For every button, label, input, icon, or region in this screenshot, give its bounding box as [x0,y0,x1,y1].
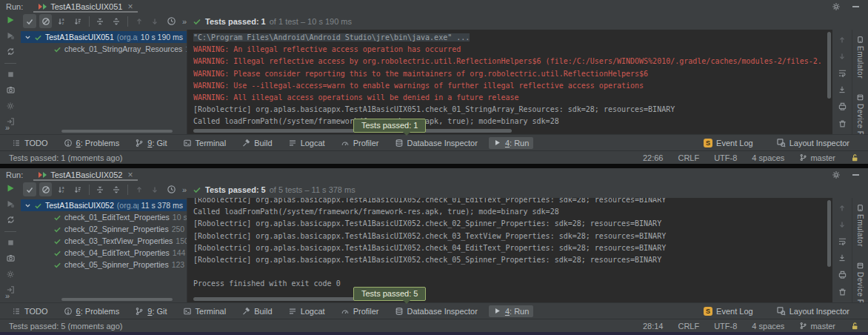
expand-all-icon[interactable] [110,182,123,196]
test-history-icon[interactable] [164,182,178,196]
tree-test-row[interactable]: check_01_EditText_Properties 10 s 711 ms [21,211,187,223]
toggle-auto-test-icon[interactable] [6,215,16,225]
file-encoding[interactable]: UTF-8 [714,322,737,331]
caret-position[interactable]: 28:14 [643,322,664,331]
expand-all-icon[interactable] [110,14,123,28]
show-passed-toggle[interactable] [23,14,36,28]
chevron-down-icon[interactable] [24,34,31,41]
previous-failed-test-icon[interactable] [133,14,146,28]
tree-test-row[interactable]: check_05_Spinner_Properties 123 ms [21,259,187,271]
toolbar-button-terminal[interactable]: Terminal [178,137,231,149]
git-branch-widget[interactable]: master [799,153,835,162]
soft-wrap-icon[interactable] [838,236,847,246]
toolbar-button-todo[interactable]: TODO [7,305,53,317]
down-stack-trace-icon[interactable] [838,52,847,61]
scroll-to-end-icon[interactable] [838,253,847,262]
unlock-icon[interactable] [850,322,859,331]
stop-button[interactable] [7,70,15,79]
rerun-button[interactable] [6,184,15,193]
clear-console-icon[interactable] [838,119,847,128]
toolbar-button-build[interactable]: Build [237,305,276,317]
scroll-to-end-icon[interactable] [838,85,847,94]
toolbar-button-problems[interactable]: 6: Problems [59,137,124,149]
console-vertical-scrollbar[interactable] [827,32,831,99]
toolbar-button-run[interactable]: 4: Run [489,305,533,317]
more-options-chevron-icon[interactable]: » [5,291,10,300]
tree-horizontal-scrollbar[interactable] [61,298,173,301]
show-ignored-toggle[interactable] [39,182,53,196]
git-branch-widget[interactable]: master [799,322,835,331]
next-failed-test-icon[interactable] [149,14,162,28]
toolbar-button-database-inspector[interactable]: Database Inspector [390,137,482,149]
gear-icon[interactable] [832,170,841,179]
clear-console-icon[interactable] [838,287,847,296]
tree-root-row[interactable]: TestA1BasicUIX051 (org.aplas.basica 10 s… [21,31,187,43]
sort-by-duration-icon[interactable] [71,182,84,196]
layout-inspector-button[interactable]: Layout Inspector [772,305,854,317]
stop-button[interactable] [7,239,15,247]
up-stack-trace-icon[interactable] [838,36,847,44]
more-options-chevron-icon[interactable]: » [5,123,10,132]
console-horizontal-scrollbar[interactable] [193,129,512,133]
next-failed-test-icon[interactable] [149,182,162,196]
toolbar-button-logcat[interactable]: Logcat [284,305,330,317]
screenshot-icon[interactable] [6,253,16,263]
unlock-icon[interactable] [850,153,859,162]
sort-by-duration-icon[interactable] [71,14,84,28]
tree-root-row[interactable]: TestA1BasicUIX052 (org.aplas.basica 11 s… [21,199,187,211]
test-results-tree[interactable]: TestA1BasicUIX052 (org.aplas.basica 11 s… [21,198,187,302]
down-stack-trace-icon[interactable] [838,220,847,229]
gear-icon[interactable] [832,2,841,11]
tree-test-row[interactable]: check_01_StringArray_Resources 10 s 190 … [21,43,187,55]
minimize-icon[interactable] [852,174,859,176]
sort-alphabetically-icon[interactable]: az [55,182,68,196]
event-log-button[interactable]: S Event Log [699,137,758,149]
toolbar-button-profiler[interactable]: Profiler [336,305,384,317]
toggle-auto-test-icon[interactable] [6,47,16,56]
line-separator[interactable]: CRLF [678,322,699,331]
toolbar-button-database-inspector[interactable]: Database Inspector [390,305,482,317]
event-log-button[interactable]: S Event Log [699,305,758,317]
print-icon[interactable] [838,270,847,279]
console-vertical-scrollbar[interactable] [827,200,831,267]
run-tab-test052[interactable]: TestA1BasicUIX052 × [33,168,138,181]
up-stack-trace-icon[interactable] [838,204,847,213]
tree-test-row[interactable]: check_04_EditText_Properties 144 ms [21,247,187,259]
toolbar-button-run[interactable]: 4: Run [489,137,533,149]
tree-test-row[interactable]: check_03_TextView_Properties 150 ms [21,235,187,247]
rerun-button[interactable] [6,16,15,24]
toolbar-button-git[interactable]: 9: Git [130,137,171,149]
test-history-icon[interactable] [164,14,178,28]
close-tab-icon[interactable]: × [127,170,133,180]
toolbar-button-terminal[interactable]: Terminal [178,305,231,317]
line-separator[interactable]: CRLF [678,153,699,162]
show-ignored-toggle[interactable] [39,14,53,28]
tree-horizontal-scrollbar[interactable] [61,130,173,133]
soft-wrap-icon[interactable] [838,68,847,78]
layout-inspector-button[interactable]: Layout Inspector [772,136,854,149]
show-passed-toggle[interactable] [23,182,36,196]
settings-strip-icon[interactable] [6,102,15,110]
collapse-all-icon[interactable] [94,182,107,196]
toolbar-button-profiler[interactable]: Profiler [336,137,384,149]
toolbar-button-logcat[interactable]: Logcat [284,137,330,149]
run-tab-test051[interactable]: TestA1BasicUIX051 × [33,0,138,13]
toolbar-button-problems[interactable]: 6: Problems [59,305,124,317]
toolbar-button-build[interactable]: Build [237,137,276,149]
console-output[interactable]: [Robolectric] org.aplas.basicappx.TestA1… [187,198,832,302]
collapse-all-icon[interactable] [94,14,107,28]
print-icon[interactable] [838,102,847,111]
console-output[interactable]: "C:\Program Files\Android\Android Studio… [187,30,832,134]
screenshot-icon[interactable] [6,85,16,95]
indent-setting[interactable]: 4 spaces [752,322,784,331]
caret-position[interactable]: 22:66 [643,153,664,162]
sidebar-tab-emulator[interactable]: Emulator [856,204,864,247]
toolbar-button-todo[interactable]: TODO [7,137,53,149]
file-encoding[interactable]: UTF-8 [714,153,737,162]
test-results-tree[interactable]: TestA1BasicUIX051 (org.aplas.basica 10 s… [21,30,187,134]
indent-setting[interactable]: 4 spaces [752,153,784,162]
sidebar-tab-emulator[interactable]: Emulator [856,36,864,79]
toolbar-button-git[interactable]: 9: Git [130,305,171,317]
previous-failed-test-icon[interactable] [133,182,146,196]
close-tab-icon[interactable]: × [127,1,133,12]
